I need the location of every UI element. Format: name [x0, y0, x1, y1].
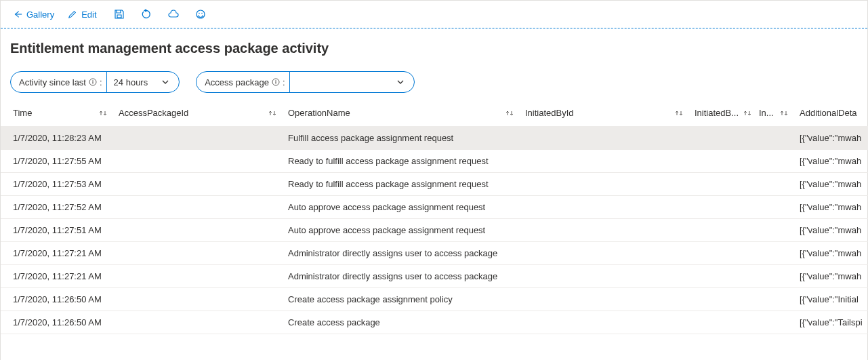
- cell-accesspackageid: [113, 196, 283, 219]
- cell-operationname: Fulfill access package assignment reques…: [283, 127, 520, 150]
- cell-in: [753, 150, 794, 173]
- pencil-icon: [68, 9, 77, 19]
- feedback-button[interactable]: [192, 5, 209, 23]
- cell-operationname: Administrator directly assigns user to a…: [283, 242, 520, 265]
- package-filter: Access package :: [196, 71, 414, 93]
- activity-filter-select[interactable]: 24 hours: [106, 72, 177, 92]
- table-row[interactable]: 1/7/2020, 11:26:50 AMCreate access packa…: [1, 288, 868, 311]
- cell-initiatedbyid: [520, 242, 689, 265]
- cell-accesspackageid: [113, 242, 283, 265]
- cell-additionaldeta: [{"value":"mwah: [794, 150, 868, 173]
- table-row[interactable]: 1/7/2020, 11:26:50 AMCreate access packa…: [1, 311, 868, 334]
- cell-in: [753, 288, 794, 311]
- cell-accesspackageid: [113, 219, 283, 242]
- refresh-icon: [141, 9, 152, 20]
- cell-additionaldeta: [{"value":"mwah: [794, 196, 868, 219]
- package-filter-select[interactable]: [289, 72, 411, 92]
- svg-rect-5: [92, 81, 93, 84]
- col-initiatedb[interactable]: InitiatedB...: [689, 100, 753, 127]
- cloud-icon: [167, 9, 180, 20]
- activity-filter: Activity since last : 24 hours: [10, 71, 180, 93]
- svg-point-4: [92, 80, 93, 81]
- info-icon[interactable]: [89, 78, 97, 86]
- cell-time: 1/7/2020, 11:26:50 AM: [1, 288, 113, 311]
- cell-initiatedb: [689, 196, 753, 219]
- cell-additionaldeta: [{"value":"Initial: [794, 288, 868, 311]
- cell-additionaldeta: [{"value":"mwah: [794, 219, 868, 242]
- cell-initiatedb: [689, 288, 753, 311]
- table-header-row: Time AccessPackageId: [1, 100, 868, 127]
- cell-initiatedbyid: [520, 173, 689, 196]
- save-button[interactable]: [110, 5, 128, 23]
- table-row[interactable]: 1/7/2020, 11:27:55 AMReady to fulfill ac…: [1, 150, 868, 173]
- chevron-down-icon: [396, 78, 405, 86]
- cell-accesspackageid: [113, 150, 283, 173]
- col-initiatedbyid[interactable]: InitiatedById: [520, 100, 689, 127]
- cell-additionaldeta: [{"value":"Tailspi: [794, 311, 868, 334]
- col-operationname[interactable]: OperationName: [283, 100, 520, 127]
- sort-icon: [743, 109, 752, 117]
- cell-initiatedb: [689, 150, 753, 173]
- cell-in: [753, 127, 794, 150]
- cell-initiatedb: [689, 219, 753, 242]
- svg-point-7: [275, 80, 276, 81]
- results-table: Time AccessPackageId: [1, 100, 868, 334]
- sort-icon: [505, 109, 514, 117]
- cell-operationname: Auto approve access package assignment r…: [283, 219, 520, 242]
- smiley-icon: [195, 9, 206, 20]
- table-row[interactable]: 1/7/2020, 11:27:21 AMAdministrator direc…: [1, 242, 868, 265]
- cell-time: 1/7/2020, 11:27:52 AM: [1, 196, 113, 219]
- cell-initiatedbyid: [520, 150, 689, 173]
- cell-initiatedbyid: [520, 219, 689, 242]
- info-icon[interactable]: [272, 78, 280, 86]
- cell-accesspackageid: [113, 288, 283, 311]
- table-row[interactable]: 1/7/2020, 11:28:23 AMFulfill access pack…: [1, 127, 868, 150]
- col-in[interactable]: In...: [753, 100, 794, 127]
- cell-time: 1/7/2020, 11:27:51 AM: [1, 219, 113, 242]
- cell-in: [753, 196, 794, 219]
- chevron-down-icon: [161, 78, 169, 86]
- cell-initiatedbyid: [520, 265, 689, 288]
- filters-row: Activity since last : 24 hours Access pa…: [1, 59, 867, 100]
- edit-label: Edit: [81, 9, 96, 20]
- cell-in: [753, 219, 794, 242]
- refresh-button[interactable]: [138, 5, 155, 23]
- table-row[interactable]: 1/7/2020, 11:27:52 AMAuto approve access…: [1, 196, 868, 219]
- page-title: Entitlement management access package ac…: [1, 28, 867, 59]
- table-row[interactable]: 1/7/2020, 11:27:53 AMReady to fulfill ac…: [1, 173, 868, 196]
- sort-icon: [674, 109, 684, 117]
- cell-accesspackageid: [113, 173, 283, 196]
- cell-accesspackageid: [113, 311, 283, 334]
- cell-accesspackageid: [113, 127, 283, 150]
- toolbar: Gallery Edit: [1, 0, 867, 28]
- cell-time: 1/7/2020, 11:28:23 AM: [1, 127, 113, 150]
- cell-additionaldeta: [{"value":"mwah: [794, 242, 868, 265]
- cell-operationname: Ready to fulfill access package assignme…: [283, 150, 520, 173]
- cell-initiatedb: [689, 265, 753, 288]
- table-row[interactable]: 1/7/2020, 11:27:21 AMAdministrator direc…: [1, 265, 868, 288]
- svg-point-1: [199, 13, 200, 14]
- cell-time: 1/7/2020, 11:27:53 AM: [1, 173, 113, 196]
- col-accesspackageid[interactable]: AccessPackageId: [113, 100, 283, 127]
- cloud-button[interactable]: [165, 5, 182, 23]
- cell-initiatedbyid: [520, 311, 689, 334]
- table-row[interactable]: 1/7/2020, 11:27:51 AMAuto approve access…: [1, 219, 868, 242]
- save-icon: [114, 9, 125, 20]
- col-time[interactable]: Time: [1, 100, 113, 127]
- cell-initiatedb: [689, 311, 753, 334]
- results-table-wrap: Time AccessPackageId: [1, 100, 867, 334]
- cell-initiatedb: [689, 242, 753, 265]
- edit-link[interactable]: Edit: [64, 7, 100, 22]
- gallery-label: Gallery: [26, 9, 54, 20]
- col-additionaldeta[interactable]: AdditionalDeta: [794, 100, 868, 127]
- cell-in: [753, 242, 794, 265]
- cell-additionaldeta: [{"value":"mwah: [794, 127, 868, 150]
- cell-accesspackageid: [113, 265, 283, 288]
- cell-time: 1/7/2020, 11:27:21 AM: [1, 265, 113, 288]
- cell-initiatedbyid: [520, 288, 689, 311]
- cell-operationname: Ready to fulfill access package assignme…: [283, 173, 520, 196]
- cell-operationname: Administrator directly assigns user to a…: [283, 265, 520, 288]
- cell-initiatedb: [689, 127, 753, 150]
- gallery-link[interactable]: Gallery: [9, 7, 58, 22]
- cell-time: 1/7/2020, 11:27:55 AM: [1, 150, 113, 173]
